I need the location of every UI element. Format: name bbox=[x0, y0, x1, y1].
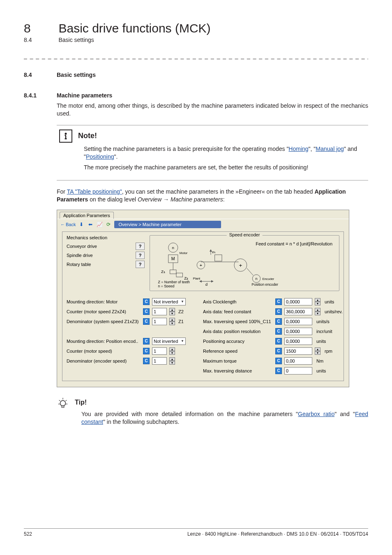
help-button[interactable]: ? bbox=[136, 252, 145, 259]
step-up-button[interactable]: ▲ bbox=[169, 308, 175, 312]
svg-text:M: M bbox=[171, 256, 175, 261]
param-label: Denominator (encoder speed) bbox=[67, 358, 141, 363]
code-button[interactable]: C bbox=[143, 308, 150, 315]
param-input[interactable] bbox=[152, 318, 167, 325]
step-down-button[interactable]: ▼ bbox=[315, 312, 321, 315]
chevron-down-icon: ▼ bbox=[181, 300, 184, 303]
note-line-2: The more precisely the machine parameter… bbox=[84, 164, 366, 172]
svg-text:Position encoder: Position encoder bbox=[251, 282, 278, 287]
param-unit: rpm bbox=[325, 349, 332, 354]
help-button[interactable]: ? bbox=[136, 261, 145, 268]
step-down-button[interactable]: ▼ bbox=[169, 351, 175, 355]
nav-down-icon[interactable]: ⬇ bbox=[78, 221, 85, 228]
mechanics-option-row: Conveyor drive? bbox=[67, 243, 145, 250]
chapter-number: 8 bbox=[24, 21, 57, 35]
step-down-button[interactable]: ▼ bbox=[169, 361, 175, 365]
step-up-button[interactable]: ▲ bbox=[169, 347, 175, 351]
spinner[interactable]: ▲▼ bbox=[169, 318, 175, 325]
code-button[interactable]: C bbox=[143, 358, 150, 364]
code-button[interactable]: C bbox=[275, 368, 282, 374]
param-input[interactable] bbox=[284, 347, 312, 355]
param-input[interactable] bbox=[284, 328, 312, 335]
step-up-button[interactable]: ▲ bbox=[315, 347, 321, 351]
param-input[interactable] bbox=[152, 357, 167, 365]
code-button[interactable]: C bbox=[275, 308, 282, 315]
param-suffix: Z1 bbox=[178, 319, 190, 324]
param-dropdown[interactable]: Not inverted▼ bbox=[152, 338, 186, 345]
info-icon bbox=[59, 130, 72, 143]
back-button[interactable]: ← Back bbox=[60, 222, 76, 227]
gearbox-ratio-link[interactable]: Gearbox ratio bbox=[298, 411, 334, 417]
code-button[interactable]: C bbox=[143, 318, 150, 325]
param-input[interactable] bbox=[284, 338, 312, 345]
dialog-breadcrumb: Overview > Machine parameter bbox=[114, 221, 221, 228]
mechanics-option-label: Conveyor drive bbox=[67, 244, 97, 249]
param-unit: units bbox=[316, 339, 326, 344]
param-input[interactable] bbox=[152, 347, 167, 355]
manual-jog-link[interactable]: Manual jog bbox=[316, 146, 344, 152]
param-input[interactable] bbox=[284, 298, 312, 305]
svg-text:n: n bbox=[172, 245, 174, 250]
param-row: Maximum torqueCNm bbox=[203, 357, 339, 365]
code-button[interactable]: C bbox=[275, 318, 282, 325]
svg-line-35 bbox=[59, 400, 60, 401]
spinner[interactable]: ▲▼ bbox=[169, 357, 175, 365]
svg-text:n: n bbox=[256, 277, 258, 281]
positioning-link[interactable]: Positioning bbox=[86, 153, 114, 160]
homing-link[interactable]: Homing bbox=[288, 146, 308, 152]
step-up-button[interactable]: ▲ bbox=[315, 308, 321, 312]
tab-application-parameters[interactable]: Application Parameters bbox=[60, 212, 114, 219]
param-row: Axis data: feed constantC▲▼units/rev. bbox=[203, 308, 339, 316]
code-button[interactable]: C bbox=[275, 358, 282, 364]
spinner[interactable]: ▲▼ bbox=[169, 347, 175, 355]
param-input[interactable] bbox=[152, 308, 167, 315]
param-unit: Nm bbox=[316, 358, 323, 363]
spinner[interactable]: ▲▼ bbox=[169, 308, 175, 315]
refresh-icon[interactable]: ⟳ bbox=[105, 221, 112, 228]
step-up-button[interactable]: ▲ bbox=[169, 318, 175, 321]
param-input[interactable] bbox=[284, 357, 312, 365]
param-row: Denominator (system speed Z1xZ3)C▲▼Z1 bbox=[67, 317, 191, 326]
param-label: Reference speed bbox=[203, 349, 273, 354]
code-button[interactable]: C bbox=[143, 348, 150, 354]
param-label: Counter (motor speed Z2xZ4) bbox=[67, 309, 141, 314]
svg-text:+: + bbox=[239, 262, 242, 268]
param-input[interactable] bbox=[284, 308, 312, 315]
param-label: Positioning accuracy bbox=[203, 339, 273, 344]
step-down-button[interactable]: ▼ bbox=[315, 351, 321, 355]
trend-icon[interactable]: 📈 bbox=[96, 221, 103, 228]
step-down-button[interactable]: ▼ bbox=[169, 312, 175, 315]
param-unit: incr/unit bbox=[316, 329, 332, 334]
code-button[interactable]: C bbox=[143, 298, 150, 305]
param-label: Denominator (system speed Z1xZ3) bbox=[67, 319, 141, 324]
param-suffix: Z2 bbox=[178, 309, 190, 314]
step-down-button[interactable]: ▼ bbox=[315, 302, 321, 305]
code-button[interactable]: C bbox=[275, 298, 282, 305]
step-up-button[interactable]: ▲ bbox=[169, 357, 175, 361]
nav-left-icon[interactable]: ⬅ bbox=[87, 221, 94, 228]
tip-paragraph: You are provided with more detailed info… bbox=[81, 410, 368, 426]
svg-text:Encoder: Encoder bbox=[262, 277, 274, 281]
ta-table-positioning-link[interactable]: TA "Table positioning" bbox=[67, 188, 122, 195]
param-dropdown[interactable]: Not inverted▼ bbox=[152, 298, 186, 305]
step-down-button[interactable]: ▼ bbox=[169, 321, 175, 325]
engineer-dialog-screenshot: Application Parameters ← Back ⬇ ⬅ 📈 ⟳ Ov… bbox=[57, 210, 349, 387]
svg-text:Z = Number of teeth: Z = Number of teeth bbox=[158, 280, 190, 284]
page-number: 522 bbox=[24, 531, 32, 537]
code-button[interactable]: C bbox=[143, 338, 150, 345]
param-input[interactable] bbox=[284, 367, 312, 375]
tip-icon bbox=[57, 396, 69, 409]
spinner[interactable]: ▲▼ bbox=[315, 347, 321, 355]
spinner[interactable]: ▲▼ bbox=[315, 298, 321, 305]
code-button[interactable]: C bbox=[275, 348, 282, 354]
section-number: 8.4 bbox=[24, 37, 57, 43]
help-button[interactable]: ? bbox=[136, 243, 145, 250]
code-button[interactable]: C bbox=[275, 338, 282, 345]
param-input[interactable] bbox=[284, 318, 312, 325]
heading-num: 8.4.1 bbox=[24, 92, 57, 99]
spinner[interactable]: ▲▼ bbox=[315, 308, 321, 315]
section-title: Basic settings bbox=[58, 37, 94, 43]
step-up-button[interactable]: ▲ bbox=[315, 298, 321, 302]
code-button[interactable]: C bbox=[275, 328, 282, 335]
svg-rect-7 bbox=[170, 270, 176, 274]
